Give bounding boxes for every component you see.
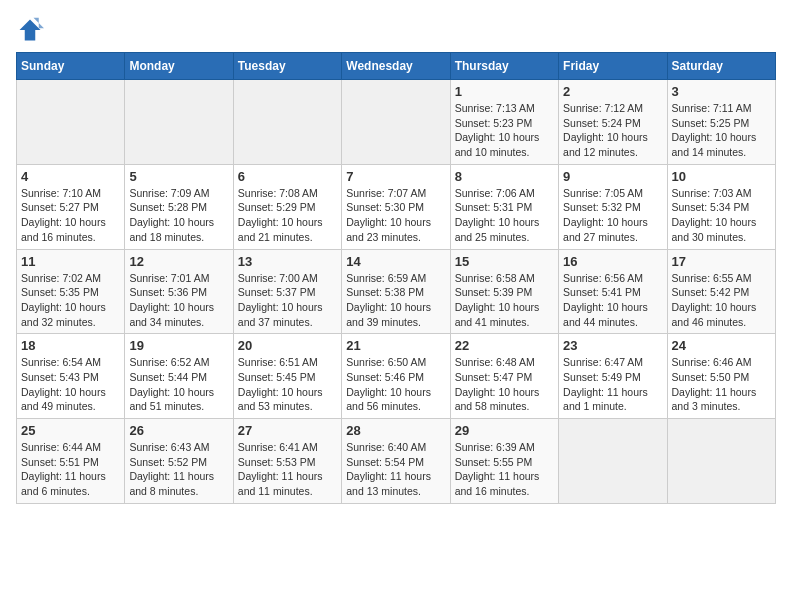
day-number: 10 [672,169,771,184]
day-number: 3 [672,84,771,99]
day-cell: 15Sunrise: 6:58 AM Sunset: 5:39 PM Dayli… [450,249,558,334]
header-cell-thursday: Thursday [450,53,558,80]
day-number: 28 [346,423,445,438]
day-detail: Sunrise: 6:44 AM Sunset: 5:51 PM Dayligh… [21,440,120,499]
day-cell: 11Sunrise: 7:02 AM Sunset: 5:35 PM Dayli… [17,249,125,334]
day-cell: 19Sunrise: 6:52 AM Sunset: 5:44 PM Dayli… [125,334,233,419]
day-detail: Sunrise: 7:06 AM Sunset: 5:31 PM Dayligh… [455,186,554,245]
day-cell [559,419,667,504]
header [16,16,776,44]
day-number: 13 [238,254,337,269]
day-number: 21 [346,338,445,353]
week-row-4: 18Sunrise: 6:54 AM Sunset: 5:43 PM Dayli… [17,334,776,419]
logo-icon [16,16,44,44]
day-number: 27 [238,423,337,438]
header-cell-tuesday: Tuesday [233,53,341,80]
day-number: 1 [455,84,554,99]
day-number: 7 [346,169,445,184]
day-number: 4 [21,169,120,184]
day-cell: 25Sunrise: 6:44 AM Sunset: 5:51 PM Dayli… [17,419,125,504]
day-number: 23 [563,338,662,353]
header-cell-monday: Monday [125,53,233,80]
day-cell [125,80,233,165]
day-detail: Sunrise: 7:02 AM Sunset: 5:35 PM Dayligh… [21,271,120,330]
day-number: 5 [129,169,228,184]
day-cell [17,80,125,165]
day-number: 15 [455,254,554,269]
day-cell: 14Sunrise: 6:59 AM Sunset: 5:38 PM Dayli… [342,249,450,334]
calendar-header: SundayMondayTuesdayWednesdayThursdayFrid… [17,53,776,80]
day-number: 22 [455,338,554,353]
day-detail: Sunrise: 6:46 AM Sunset: 5:50 PM Dayligh… [672,355,771,414]
day-detail: Sunrise: 7:09 AM Sunset: 5:28 PM Dayligh… [129,186,228,245]
calendar-body: 1Sunrise: 7:13 AM Sunset: 5:23 PM Daylig… [17,80,776,504]
day-cell: 2Sunrise: 7:12 AM Sunset: 5:24 PM Daylig… [559,80,667,165]
day-cell: 20Sunrise: 6:51 AM Sunset: 5:45 PM Dayli… [233,334,341,419]
day-cell: 7Sunrise: 7:07 AM Sunset: 5:30 PM Daylig… [342,164,450,249]
logo [16,16,48,44]
day-number: 6 [238,169,337,184]
week-row-2: 4Sunrise: 7:10 AM Sunset: 5:27 PM Daylig… [17,164,776,249]
day-detail: Sunrise: 7:10 AM Sunset: 5:27 PM Dayligh… [21,186,120,245]
day-detail: Sunrise: 6:40 AM Sunset: 5:54 PM Dayligh… [346,440,445,499]
header-cell-friday: Friday [559,53,667,80]
day-cell [342,80,450,165]
day-detail: Sunrise: 7:12 AM Sunset: 5:24 PM Dayligh… [563,101,662,160]
day-cell: 27Sunrise: 6:41 AM Sunset: 5:53 PM Dayli… [233,419,341,504]
day-number: 8 [455,169,554,184]
day-detail: Sunrise: 7:07 AM Sunset: 5:30 PM Dayligh… [346,186,445,245]
header-cell-sunday: Sunday [17,53,125,80]
day-number: 20 [238,338,337,353]
day-detail: Sunrise: 6:51 AM Sunset: 5:45 PM Dayligh… [238,355,337,414]
day-cell [233,80,341,165]
week-row-3: 11Sunrise: 7:02 AM Sunset: 5:35 PM Dayli… [17,249,776,334]
day-cell: 26Sunrise: 6:43 AM Sunset: 5:52 PM Dayli… [125,419,233,504]
day-detail: Sunrise: 6:54 AM Sunset: 5:43 PM Dayligh… [21,355,120,414]
header-row: SundayMondayTuesdayWednesdayThursdayFrid… [17,53,776,80]
day-detail: Sunrise: 6:59 AM Sunset: 5:38 PM Dayligh… [346,271,445,330]
day-cell: 23Sunrise: 6:47 AM Sunset: 5:49 PM Dayli… [559,334,667,419]
day-detail: Sunrise: 7:11 AM Sunset: 5:25 PM Dayligh… [672,101,771,160]
day-cell: 28Sunrise: 6:40 AM Sunset: 5:54 PM Dayli… [342,419,450,504]
day-detail: Sunrise: 6:50 AM Sunset: 5:46 PM Dayligh… [346,355,445,414]
day-cell: 17Sunrise: 6:55 AM Sunset: 5:42 PM Dayli… [667,249,775,334]
day-detail: Sunrise: 7:00 AM Sunset: 5:37 PM Dayligh… [238,271,337,330]
day-number: 14 [346,254,445,269]
day-cell: 8Sunrise: 7:06 AM Sunset: 5:31 PM Daylig… [450,164,558,249]
svg-marker-0 [20,20,41,41]
header-cell-saturday: Saturday [667,53,775,80]
day-number: 11 [21,254,120,269]
day-number: 2 [563,84,662,99]
day-cell: 16Sunrise: 6:56 AM Sunset: 5:41 PM Dayli… [559,249,667,334]
day-number: 29 [455,423,554,438]
day-number: 19 [129,338,228,353]
day-detail: Sunrise: 6:43 AM Sunset: 5:52 PM Dayligh… [129,440,228,499]
day-detail: Sunrise: 7:01 AM Sunset: 5:36 PM Dayligh… [129,271,228,330]
day-detail: Sunrise: 6:41 AM Sunset: 5:53 PM Dayligh… [238,440,337,499]
day-cell: 21Sunrise: 6:50 AM Sunset: 5:46 PM Dayli… [342,334,450,419]
day-cell: 6Sunrise: 7:08 AM Sunset: 5:29 PM Daylig… [233,164,341,249]
day-cell: 29Sunrise: 6:39 AM Sunset: 5:55 PM Dayli… [450,419,558,504]
day-cell: 5Sunrise: 7:09 AM Sunset: 5:28 PM Daylig… [125,164,233,249]
header-cell-wednesday: Wednesday [342,53,450,80]
day-detail: Sunrise: 6:55 AM Sunset: 5:42 PM Dayligh… [672,271,771,330]
day-detail: Sunrise: 7:05 AM Sunset: 5:32 PM Dayligh… [563,186,662,245]
calendar-table: SundayMondayTuesdayWednesdayThursdayFrid… [16,52,776,504]
day-number: 18 [21,338,120,353]
day-cell: 10Sunrise: 7:03 AM Sunset: 5:34 PM Dayli… [667,164,775,249]
page-container: SundayMondayTuesdayWednesdayThursdayFrid… [16,16,776,504]
day-detail: Sunrise: 7:03 AM Sunset: 5:34 PM Dayligh… [672,186,771,245]
day-cell: 9Sunrise: 7:05 AM Sunset: 5:32 PM Daylig… [559,164,667,249]
day-detail: Sunrise: 6:56 AM Sunset: 5:41 PM Dayligh… [563,271,662,330]
day-number: 26 [129,423,228,438]
day-cell: 12Sunrise: 7:01 AM Sunset: 5:36 PM Dayli… [125,249,233,334]
day-cell: 24Sunrise: 6:46 AM Sunset: 5:50 PM Dayli… [667,334,775,419]
day-cell: 22Sunrise: 6:48 AM Sunset: 5:47 PM Dayli… [450,334,558,419]
day-number: 17 [672,254,771,269]
day-detail: Sunrise: 6:48 AM Sunset: 5:47 PM Dayligh… [455,355,554,414]
week-row-5: 25Sunrise: 6:44 AM Sunset: 5:51 PM Dayli… [17,419,776,504]
day-detail: Sunrise: 7:13 AM Sunset: 5:23 PM Dayligh… [455,101,554,160]
day-number: 24 [672,338,771,353]
day-number: 9 [563,169,662,184]
day-cell: 18Sunrise: 6:54 AM Sunset: 5:43 PM Dayli… [17,334,125,419]
